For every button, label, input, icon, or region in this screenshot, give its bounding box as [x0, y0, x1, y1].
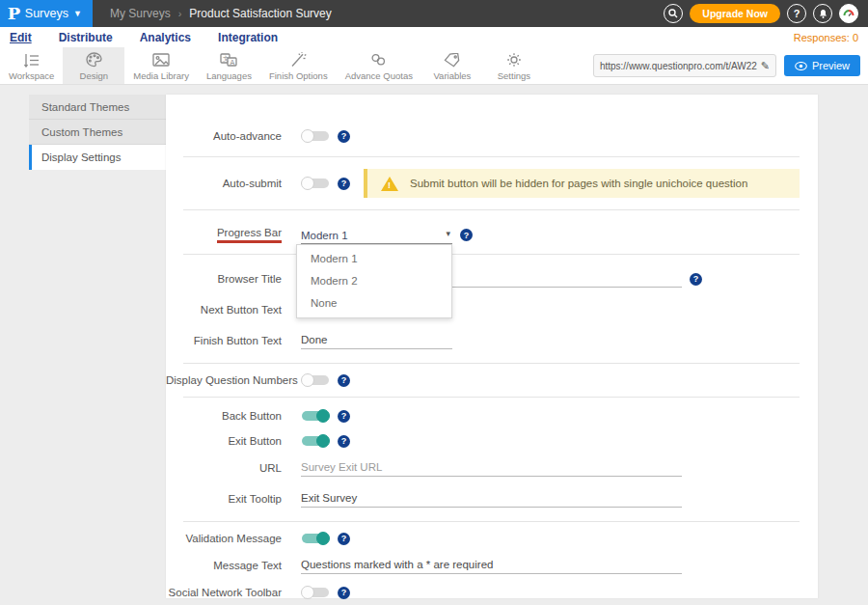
help-icon[interactable]: ?: [787, 4, 806, 23]
auto-advance-help-icon[interactable]: ?: [338, 130, 350, 143]
social-network-toolbar-toggle[interactable]: [301, 586, 330, 599]
workspace-icon: [23, 52, 41, 69]
finish-button-text-row: Finish Button Text: [166, 332, 818, 349]
preview-button-label: Preview: [812, 60, 850, 71]
divider: [183, 254, 800, 255]
auto-submit-toggle[interactable]: [301, 177, 330, 190]
toolbar-item-advance-quotas[interactable]: Advance Quotas: [337, 47, 421, 84]
variables-icon: [444, 52, 460, 69]
product-label: Surveys: [25, 7, 68, 20]
message-text-input[interactable]: [301, 557, 682, 574]
validation-message-help-icon[interactable]: ?: [338, 533, 350, 545]
toolbar-item-label: Media Library: [133, 70, 189, 81]
media-library-icon: [152, 52, 170, 69]
back-button-toggle[interactable]: [301, 409, 330, 423]
settings-sidebar: Standard Themes Custom Themes Display Se…: [29, 95, 166, 170]
auto-advance-row: Auto-advance ?: [166, 118, 818, 143]
edit-url-pencil-icon[interactable]: ✎: [761, 60, 770, 72]
survey-url-input[interactable]: [600, 61, 757, 71]
sidebar-item-label: Display Settings: [41, 151, 121, 163]
exit-tooltip-row: Exit Tooltip: [166, 490, 818, 508]
top-bar: P Surveys ▼ My Surveys › Product Satisfa…: [0, 0, 868, 27]
toolbar-item-label: Languages: [206, 70, 252, 81]
dropdown-option-modern-1[interactable]: Modern 1: [297, 248, 451, 270]
responses-count[interactable]: Responses: 0: [794, 32, 858, 43]
auto-submit-help-icon[interactable]: ?: [338, 178, 350, 190]
divider: [183, 521, 800, 522]
next-button-text-label: Next Button Text: [166, 304, 301, 316]
validation-message-row: Validation Message ?: [166, 532, 818, 545]
settings-icon: [506, 52, 522, 69]
toolbar-item-languages[interactable]: 文A Languages: [198, 47, 260, 84]
dropdown-option-modern-2[interactable]: Modern 2: [297, 270, 451, 292]
display-question-numbers-row: Display Question Numbers ?: [166, 373, 818, 387]
advance-quotas-icon: [370, 52, 388, 69]
toolbar-item-label: Advance Quotas: [345, 70, 413, 81]
notifications-bell-icon[interactable]: [813, 4, 832, 23]
preview-button[interactable]: Preview: [784, 55, 860, 76]
toolbar-right: ✎ Preview: [593, 47, 868, 84]
validation-message-toggle[interactable]: [301, 532, 330, 545]
browser-title-row: Browser Title ?: [166, 270, 818, 288]
search-icon[interactable]: [664, 4, 683, 23]
toolbar-item-variables[interactable]: Variables: [421, 47, 483, 84]
design-icon: [86, 52, 102, 69]
toolbar-item-design[interactable]: Design: [63, 47, 124, 84]
browser-title-help-icon[interactable]: ?: [690, 273, 702, 286]
exit-button-help-icon[interactable]: ?: [338, 435, 350, 448]
social-network-toolbar-row: Social Network Toolbar ?: [166, 586, 818, 599]
sidebar-item-label: Custom Themes: [41, 126, 122, 138]
toolbar-item-workspace[interactable]: Workspace: [0, 47, 63, 84]
surveys-product-menu[interactable]: P Surveys ▼: [0, 0, 93, 27]
back-button-help-icon[interactable]: ?: [338, 410, 350, 423]
exit-button-row: Exit Button ?: [166, 434, 818, 448]
toolbar-item-label: Design: [80, 70, 109, 81]
account-gauge-icon[interactable]: [839, 4, 858, 23]
finish-button-text-label: Finish Button Text: [166, 335, 301, 346]
svg-text:文: 文: [223, 55, 230, 63]
survey-url-box: ✎: [593, 54, 776, 77]
exit-url-input[interactable]: [301, 459, 682, 477]
warning-text: Submit button will be hidden for pages w…: [410, 178, 747, 189]
message-text-row: Message Text: [166, 557, 818, 574]
tab-integration[interactable]: Integration: [218, 31, 278, 44]
progress-bar-row: Progress Bar Modern 1 ▾ Modern 1 Modern …: [166, 226, 818, 244]
dropdown-option-none[interactable]: None: [297, 292, 451, 315]
sidebar-item-display-settings[interactable]: Display Settings: [29, 145, 166, 170]
auto-submit-warning: ! Submit button will be hidden for pages…: [364, 169, 800, 198]
progress-bar-selected-value: Modern 1: [301, 228, 348, 244]
exit-button-toggle[interactable]: [301, 434, 330, 448]
toolbar-item-label: Finish Options: [269, 70, 328, 81]
social-network-toolbar-help-icon[interactable]: ?: [338, 587, 350, 599]
tab-analytics[interactable]: Analytics: [140, 31, 191, 44]
breadcrumb-separator: ›: [178, 8, 182, 19]
display-question-numbers-label: Display Question Numbers: [166, 374, 301, 386]
display-question-numbers-help-icon[interactable]: ?: [338, 374, 350, 387]
divider: [183, 363, 800, 364]
breadcrumb-my-surveys[interactable]: My Surveys: [110, 7, 171, 20]
exit-tooltip-input[interactable]: [301, 490, 682, 508]
sidebar-item-label: Standard Themes: [41, 101, 129, 113]
progress-bar-label: Progress Bar: [166, 227, 301, 243]
svg-text:A: A: [231, 59, 235, 67]
sidebar-item-custom-themes[interactable]: Custom Themes: [29, 120, 166, 145]
auto-advance-toggle[interactable]: [301, 129, 330, 143]
upgrade-now-button[interactable]: Upgrade Now: [690, 4, 780, 23]
progress-bar-select[interactable]: Modern 1 ▾ Modern 1 Modern 2 None: [301, 226, 452, 244]
breadcrumb: My Surveys › Product Satisfaction Survey: [93, 7, 332, 20]
exit-button-label: Exit Button: [166, 435, 301, 447]
toolbar-item-finish-options[interactable]: Finish Options: [260, 47, 337, 84]
progress-bar-help-icon[interactable]: ?: [460, 229, 473, 241]
eye-icon: [795, 62, 807, 70]
toolbar-item-settings[interactable]: Settings: [483, 47, 545, 84]
toolbar-item-label: Workspace: [9, 70, 54, 81]
sidebar-item-standard-themes[interactable]: Standard Themes: [29, 95, 166, 120]
toolbar-item-media-library[interactable]: Media Library: [124, 47, 198, 84]
display-question-numbers-toggle[interactable]: [301, 373, 330, 387]
tab-edit[interactable]: Edit: [10, 31, 32, 44]
tab-distribute[interactable]: Distribute: [59, 31, 113, 44]
divider: [183, 209, 800, 210]
divider: [183, 397, 800, 398]
finish-button-text-input[interactable]: [301, 332, 452, 349]
chevron-down-icon: ▼: [73, 9, 82, 18]
